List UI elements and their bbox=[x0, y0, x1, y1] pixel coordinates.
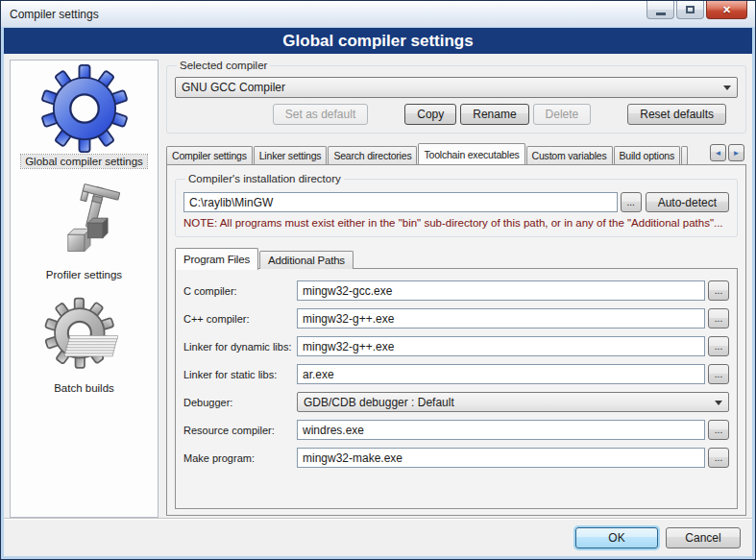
tab-linker-settings[interactable]: Linker settings bbox=[254, 146, 328, 164]
window-title: Compiler settings bbox=[10, 8, 99, 21]
installation-directory-row: ... Auto-detect bbox=[183, 192, 729, 212]
delete-button: Delete bbox=[533, 104, 592, 125]
selected-compiler-group: Selected compiler GNU GCC Compiler Set a… bbox=[166, 60, 746, 134]
make-program-browse-button[interactable]: ... bbox=[708, 448, 729, 468]
linker-static-input[interactable] bbox=[297, 364, 705, 384]
tab-scroll-right-icon[interactable]: ► bbox=[728, 144, 744, 161]
installation-directory-label: Compiler's installation directory bbox=[185, 173, 344, 184]
reset-defaults-button[interactable]: Reset defaults bbox=[627, 104, 726, 125]
field-row-debugger: Debugger: GDB/CDB debugger : Default bbox=[183, 392, 729, 412]
toolchain-executables-pane: Compiler's installation directory ... Au… bbox=[166, 164, 746, 516]
program-files-tabstrip: Program Files Additional Paths bbox=[175, 247, 738, 269]
linker-dynamic-browse-button[interactable]: ... bbox=[708, 336, 729, 356]
set-as-default-button: Set as default bbox=[273, 104, 368, 125]
installation-directory-group: Compiler's installation directory ... Au… bbox=[175, 173, 738, 237]
field-label: Debugger: bbox=[183, 397, 297, 408]
field-label: Linker for static libs: bbox=[183, 369, 297, 380]
cancel-button[interactable]: Cancel bbox=[666, 527, 741, 548]
sidebar-item-label: Global compiler settings bbox=[21, 155, 147, 168]
installation-directory-browse-button[interactable]: ... bbox=[621, 192, 642, 212]
linker-dynamic-input[interactable] bbox=[297, 336, 705, 356]
tab-scroll-left-icon[interactable]: ◄ bbox=[710, 144, 726, 161]
resource-compiler-browse-button[interactable]: ... bbox=[708, 420, 729, 440]
sidebar-item-batch-builds[interactable]: Batch builds bbox=[11, 297, 158, 395]
field-label: C++ compiler: bbox=[183, 313, 297, 325]
selected-compiler-group-label: Selected compiler bbox=[177, 60, 270, 71]
close-button[interactable]: ✕ bbox=[706, 1, 747, 19]
window-controls: ✕ bbox=[645, 1, 747, 19]
tab-build-options[interactable]: Build options bbox=[614, 146, 681, 164]
tab-clipped[interactable] bbox=[681, 146, 688, 164]
caliper-cubes-icon bbox=[43, 183, 126, 266]
maximize-icon bbox=[686, 6, 695, 13]
sidebar: Global compiler settings bbox=[10, 60, 159, 518]
blue-gear-icon bbox=[40, 64, 129, 153]
field-row-c-compiler: C compiler: ... bbox=[183, 280, 729, 301]
field-label: Linker for dynamic libs: bbox=[183, 341, 297, 353]
field-label: C compiler: bbox=[183, 285, 297, 297]
field-row-linker-dynamic: Linker for dynamic libs: ... bbox=[183, 336, 729, 356]
compiler-buttons-row: Set as default Copy Rename Delete Reset … bbox=[175, 104, 726, 125]
field-row-resource-compiler: Resource compiler: ... bbox=[183, 420, 729, 440]
chevron-down-icon bbox=[723, 85, 731, 94]
sidebar-item-global-compiler-settings[interactable]: Global compiler settings bbox=[11, 64, 158, 168]
tab-additional-paths[interactable]: Additional Paths bbox=[259, 251, 354, 269]
make-program-input[interactable] bbox=[297, 448, 705, 468]
field-row-linker-static: Linker for static libs: ... bbox=[183, 364, 729, 384]
ok-button[interactable]: OK bbox=[575, 527, 658, 548]
linker-static-browse-button[interactable]: ... bbox=[708, 364, 729, 384]
resource-compiler-input[interactable] bbox=[297, 420, 705, 440]
sidebar-item-label: Profiler settings bbox=[42, 268, 126, 281]
gray-gear-stack-icon bbox=[43, 297, 126, 379]
minimize-icon bbox=[656, 12, 666, 15]
c-compiler-input[interactable] bbox=[297, 280, 705, 301]
page-title: Global compiler settings bbox=[4, 28, 752, 54]
tab-toolchain-executables[interactable]: Toolchain executables bbox=[418, 143, 524, 164]
settings-tabstrip: Compiler settings Linker settings Search… bbox=[166, 141, 746, 164]
program-files-pane: C compiler: ... C++ compiler: ... Linker… bbox=[175, 268, 738, 509]
c-compiler-browse-button[interactable]: ... bbox=[708, 280, 729, 301]
field-row-cpp-compiler: C++ compiler: ... bbox=[183, 308, 729, 329]
auto-detect-button[interactable]: Auto-detect bbox=[646, 192, 729, 212]
tab-program-files[interactable]: Program Files bbox=[175, 248, 258, 270]
copy-button[interactable]: Copy bbox=[404, 104, 456, 125]
installation-directory-note: NOTE: All programs must exist either in … bbox=[183, 217, 729, 229]
field-row-make-program: Make program: ... bbox=[183, 448, 729, 468]
sidebar-item-profiler-settings[interactable]: Profiler settings bbox=[11, 183, 158, 281]
chevron-down-icon bbox=[715, 401, 722, 409]
sidebar-item-label: Batch builds bbox=[50, 381, 118, 395]
cpp-compiler-browse-button[interactable]: ... bbox=[708, 308, 729, 329]
compiler-settings-dialog: Compiler settings ✕ Global compiler sett… bbox=[0, 0, 756, 560]
titlebar[interactable]: Compiler settings ✕ bbox=[1, 1, 755, 27]
dialog-content: Global compiler settings bbox=[4, 54, 752, 518]
close-icon: ✕ bbox=[722, 4, 731, 16]
minimize-button[interactable] bbox=[646, 1, 674, 19]
tab-compiler-settings[interactable]: Compiler settings bbox=[166, 146, 253, 164]
maximize-button[interactable] bbox=[676, 1, 704, 19]
debugger-select-value: GDB/CDB debugger : Default bbox=[304, 396, 709, 409]
dialog-footer: OK Cancel bbox=[4, 518, 752, 556]
tab-scroll-buttons: ◄ ► bbox=[710, 144, 744, 161]
field-label: Make program: bbox=[183, 452, 297, 464]
tab-custom-variables[interactable]: Custom variables bbox=[526, 146, 613, 164]
cpp-compiler-input[interactable] bbox=[297, 308, 705, 329]
debugger-select[interactable]: GDB/CDB debugger : Default bbox=[297, 392, 729, 412]
main-panel: Selected compiler GNU GCC Compiler Set a… bbox=[166, 60, 746, 518]
compiler-select[interactable]: GNU GCC Compiler bbox=[175, 77, 738, 98]
compiler-select-value: GNU GCC Compiler bbox=[182, 81, 718, 94]
rename-button[interactable]: Rename bbox=[460, 104, 528, 125]
tab-search-directories[interactable]: Search directories bbox=[328, 146, 417, 164]
installation-directory-input[interactable] bbox=[183, 192, 618, 212]
field-label: Resource compiler: bbox=[183, 425, 297, 436]
